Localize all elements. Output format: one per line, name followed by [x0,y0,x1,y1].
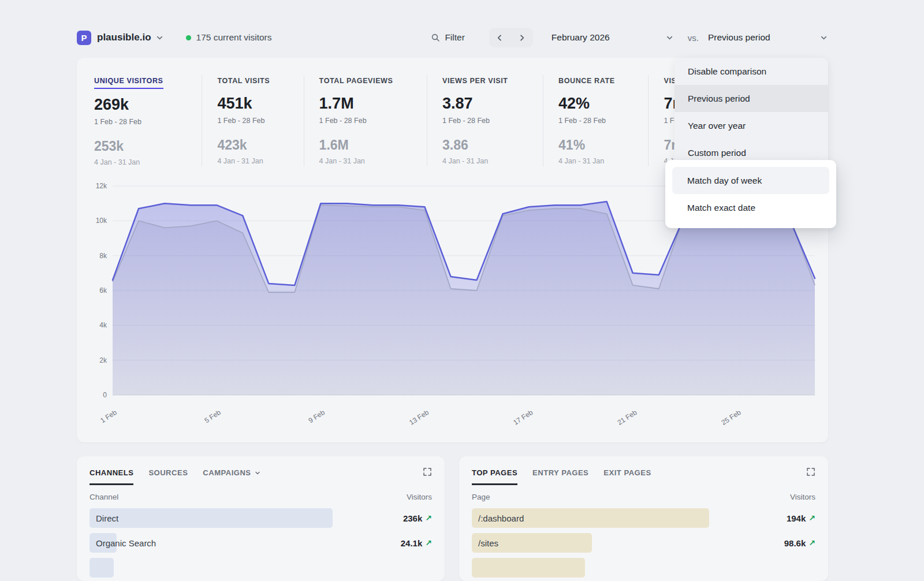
stat-label: TOTAL VISITS [217,77,270,88]
channels-rows: Direct 236k ↗ Organic Search 24.1k ↗ [77,508,445,578]
next-date-button[interactable] [511,28,533,47]
comparison-dropdown[interactable]: Previous period [708,32,828,43]
chevron-down-icon [254,470,261,476]
tab-campaigns[interactable]: CAMPAIGNS [203,468,260,483]
table-row[interactable]: /:dashboard 194k ↗ [472,508,815,528]
stat-prev-value: 253k [94,139,202,154]
chevron-down-icon [819,33,828,42]
tab-campaigns-label: CAMPAIGNS [203,468,251,477]
stat-total-visits[interactable]: TOTAL VISITS 451k 1 Feb - 28 Feb 423k 4 … [202,75,303,166]
date-range-label: February 2026 [552,32,610,43]
stat-value: 451k [217,95,303,113]
expand-icon[interactable] [423,467,432,479]
col-visitors: Visitors [407,493,432,501]
stat-prev-range: 4 Jan - 31 Jan [94,158,202,166]
vs-label: vs. [688,33,699,43]
svg-text:4k: 4k [99,321,107,329]
pages-table-header: Page Visitors [459,485,828,508]
row-name[interactable]: /sites [472,538,498,548]
stat-label: TOTAL PAGEVIEWS [319,77,393,88]
col-channel: Channel [90,493,118,501]
svg-text:6k: 6k [99,286,107,295]
filter-button[interactable]: Filter [431,32,464,43]
table-row[interactable]: Direct 236k ↗ [90,508,432,528]
filter-label: Filter [445,32,464,43]
stat-range: 1 Feb - 28 Feb [94,118,202,126]
stat-value: 1.7M [319,95,427,113]
stat-range: 1 Feb - 28 Feb [217,117,303,125]
table-row-partial[interactable] [90,558,432,578]
stat-prev-range: 4 Jan - 31 Jan [558,157,648,165]
row-value-number: 236k [403,513,422,523]
stat-label: VIEWS PER VISIT [442,77,508,88]
submenu-item-match-exact-date[interactable]: Match exact date [672,194,829,221]
svg-text:9 Feb: 9 Feb [307,408,327,425]
tab-top-pages[interactable]: TOP PAGES [472,468,517,485]
date-nav [489,28,533,47]
row-value-number: 194k [787,513,806,523]
current-visitors-label: 175 current visitors [196,32,272,43]
svg-text:5 Feb: 5 Feb [203,408,222,425]
stat-prev-value: 41% [558,137,648,153]
channels-panel: CHANNELS SOURCES CAMPAIGNS Channel Visit… [77,456,445,581]
previous-date-button[interactable] [489,28,511,47]
row-name[interactable]: Direct [90,513,118,523]
chevron-down-icon[interactable] [155,33,164,42]
comparison-label: Previous period [708,32,770,43]
stat-label: UNIQUE VISITORS [94,77,163,89]
tab-channels[interactable]: CHANNELS [90,468,133,485]
submenu-item-match-day-of-week[interactable]: Match day of week [672,167,829,194]
topbar: P plausible.io 175 current visitors Filt… [77,24,828,51]
row-name[interactable]: Organic Search [90,538,156,548]
row-bar [90,508,333,528]
row-value: 194k ↗ [787,513,815,523]
current-visitors[interactable]: 175 current visitors [186,32,272,43]
live-dot-icon [186,35,191,40]
stat-range: 1 Feb - 28 Feb [558,117,648,125]
tab-exit-pages[interactable]: EXIT PAGES [603,468,651,483]
stat-value: 3.87 [442,95,543,113]
menu-item-previous-period[interactable]: Previous period [675,85,828,112]
stat-total-pageviews[interactable]: TOTAL PAGEVIEWS 1.7M 1 Feb - 28 Feb 1.6M… [304,75,427,166]
table-row-partial[interactable] [472,558,815,578]
svg-text:0: 0 [103,391,107,399]
stat-prev-value: 3.86 [442,137,543,153]
col-visitors: Visitors [790,493,815,501]
tab-sources[interactable]: SOURCES [148,468,188,483]
svg-text:8k: 8k [99,252,107,260]
stat-prev-range: 4 Jan - 31 Jan [442,157,543,165]
row-value-number: 98.6k [784,538,806,548]
svg-text:1 Feb: 1 Feb [99,408,118,425]
row-value: 98.6k ↗ [784,538,815,548]
search-icon [431,33,440,42]
stat-unique-visitors[interactable]: UNIQUE VISITORS 269k 1 Feb - 28 Feb 253k… [94,75,202,166]
channels-table-header: Channel Visitors [77,485,445,508]
trend-up-icon: ↗ [425,538,432,548]
plausible-logo-icon: P [77,31,91,45]
row-name[interactable]: /:dashboard [472,513,524,523]
row-value: 24.1k ↗ [401,538,432,548]
pages-tabs: TOP PAGES ENTRY PAGES EXIT PAGES [459,456,828,485]
site-name[interactable]: plausible.io [97,32,151,43]
table-row[interactable]: /sites 98.6k ↗ [472,533,815,553]
comparison-submenu: Match day of week Match exact date [665,160,836,228]
stat-range: 1 Feb - 28 Feb [319,117,427,125]
menu-item-disable-comparison[interactable]: Disable comparison [675,58,828,85]
pages-panel: TOP PAGES ENTRY PAGES EXIT PAGES Page Vi… [459,456,828,581]
stat-label: BOUNCE RATE [558,77,615,88]
expand-icon[interactable] [806,467,815,479]
menu-item-year-over-year[interactable]: Year over year [675,112,828,139]
table-row[interactable]: Organic Search 24.1k ↗ [90,533,432,553]
trend-up-icon: ↗ [425,513,432,523]
chevron-down-icon [665,33,674,42]
row-bar [90,558,114,578]
stat-bounce-rate[interactable]: BOUNCE RATE 42% 1 Feb - 28 Feb 41% 4 Jan… [543,75,648,166]
svg-text:12k: 12k [96,182,107,190]
stat-views-per-visit[interactable]: VIEWS PER VISIT 3.87 1 Feb - 28 Feb 3.86… [427,75,543,166]
channels-tabs: CHANNELS SOURCES CAMPAIGNS [77,456,445,485]
trend-up-icon: ↗ [808,538,815,548]
stat-prev-value: 1.6M [319,137,427,153]
date-range-dropdown[interactable]: February 2026 [552,32,674,43]
stat-value: 269k [94,96,202,114]
tab-entry-pages[interactable]: ENTRY PAGES [532,468,588,483]
